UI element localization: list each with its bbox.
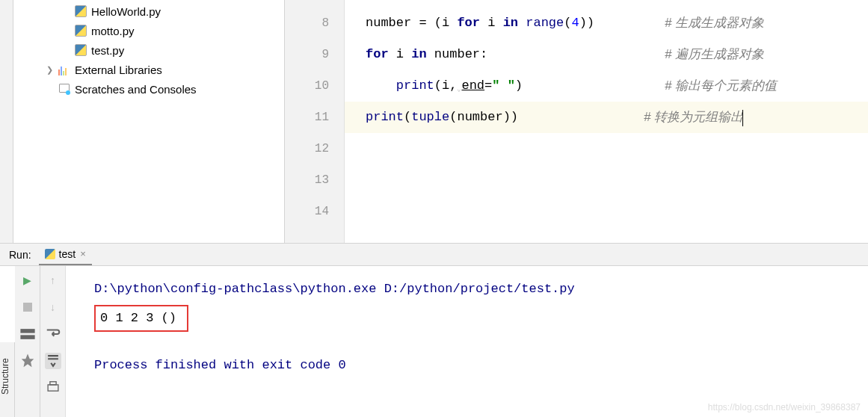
tree-file-label: test.py — [91, 44, 124, 57]
external-libraries-label: External Libraries — [75, 64, 162, 76]
code-comment: # 遍历生成器对象 — [665, 39, 764, 70]
pin-button[interactable] — [19, 353, 36, 369]
code-line[interactable] — [366, 164, 868, 196]
line-number: 13 — [285, 164, 329, 196]
layout-icon — [19, 326, 36, 342]
line-number: 10 — [285, 70, 329, 102]
line-number-gutter: 891011121314 — [285, 0, 345, 243]
run-body: Structure ▶ ↑ ↓ D:\python\con — [0, 266, 868, 417]
main-area: HelloWorld.pymotto.pytest.py ❯ External … — [0, 0, 868, 243]
code-line[interactable] — [366, 133, 868, 164]
run-toolbar-primary: ▶ — [15, 266, 40, 417]
tree-file-label: motto.py — [91, 25, 135, 37]
code-line[interactable]: print(tuple(number))# 转换为元组输出 — [345, 102, 868, 133]
python-file-icon — [75, 25, 87, 37]
scroll-to-end-button[interactable] — [45, 353, 61, 369]
console-exit-line: Process finished with exit code 0 — [94, 351, 868, 380]
line-number: 8 — [285, 7, 329, 39]
chevron-right-icon[interactable]: ❯ — [46, 65, 54, 75]
console-command-line: D:\python\config-pathclass\python.exe D:… — [94, 275, 868, 303]
tree-file-item[interactable]: motto.py — [15, 21, 284, 40]
python-file-icon — [75, 5, 87, 17]
code-comment: # 转换为元组输出 — [644, 102, 743, 133]
library-icon — [58, 64, 70, 75]
console-output[interactable]: D:\python\config-pathclass\python.exe D:… — [66, 266, 868, 417]
layout-button[interactable] — [19, 326, 36, 342]
run-toolbar-secondary: ↑ ↓ — [40, 266, 66, 417]
code-editor[interactable]: 891011121314 number = (i for i in range(… — [284, 0, 868, 243]
svg-rect-1 — [20, 335, 34, 339]
soft-wrap-button[interactable] — [45, 326, 61, 342]
line-number: 9 — [285, 39, 329, 70]
up-button[interactable]: ↑ — [45, 272, 61, 288]
print-button[interactable] — [45, 380, 61, 396]
code-comment: # 生成生成器对象 — [665, 7, 764, 39]
tree-file-label: HelloWorld.py — [91, 5, 161, 18]
text-cursor — [742, 110, 743, 126]
run-tab-label: test — [59, 248, 76, 260]
python-file-icon — [75, 44, 87, 56]
scratches-icon — [58, 83, 70, 95]
pin-icon — [19, 353, 36, 369]
line-number: 11 — [285, 102, 329, 133]
code-line[interactable] — [366, 196, 868, 227]
scratches-label: Scratches and Consoles — [75, 83, 197, 96]
tree-file-item[interactable]: HelloWorld.py — [15, 1, 284, 21]
project-tree-panel: HelloWorld.pymotto.pytest.py ❯ External … — [0, 0, 284, 243]
tree-file-item[interactable]: test.py — [15, 40, 284, 60]
code-line[interactable]: print(i,˯end=" ")# 输出每个元素的值 — [366, 70, 868, 102]
svg-rect-3 — [49, 382, 55, 385]
python-icon — [45, 249, 55, 259]
svg-rect-2 — [48, 385, 58, 391]
code-content[interactable]: number = (i for i in range(4))# 生成生成器对象f… — [345, 0, 868, 243]
print-icon — [45, 380, 61, 396]
line-number: 12 — [285, 133, 329, 164]
code-comment: # 输出每个元素的值 — [665, 70, 777, 102]
down-button[interactable]: ↓ — [45, 299, 61, 315]
code-line[interactable]: for i in number:# 遍历生成器对象 — [366, 39, 868, 70]
external-libraries-node[interactable]: ❯ External Libraries — [15, 60, 284, 79]
scratches-node[interactable]: Scratches and Consoles — [15, 79, 284, 99]
stop-button[interactable] — [19, 299, 36, 315]
console-output-highlighted: 0 1 2 3 () — [94, 305, 188, 332]
run-label: Run: — [9, 249, 31, 261]
wrap-icon — [45, 326, 61, 342]
svg-rect-0 — [20, 329, 34, 333]
line-number: 14 — [285, 196, 329, 227]
structure-tool-button[interactable]: Structure — [0, 342, 15, 417]
watermark: https://blog.csdn.net/weixin_39868387 — [708, 402, 861, 413]
run-tab-test[interactable]: test × — [39, 244, 92, 265]
left-gutter-stripe — [0, 0, 13, 243]
code-line[interactable]: number = (i for i in range(4))# 生成生成器对象 — [366, 7, 868, 39]
rerun-button[interactable]: ▶ — [19, 272, 36, 288]
close-icon[interactable]: × — [80, 248, 86, 259]
run-tool-window: Run: test × Structure ▶ ↑ ↓ — [0, 243, 868, 417]
scroll-end-icon — [45, 353, 61, 369]
run-header: Run: test × — [0, 244, 868, 266]
